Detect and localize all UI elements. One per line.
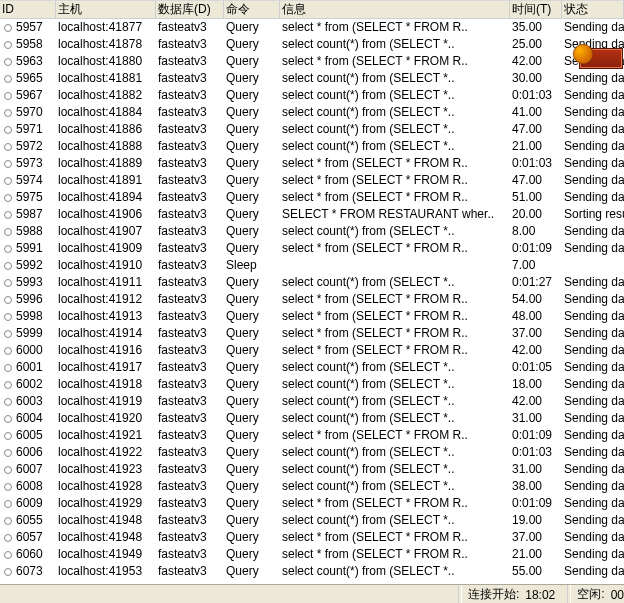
cell-host: localhost:41880 (56, 53, 156, 70)
table-row[interactable]: 6001localhost:41917fasteatv3Queryselect … (0, 359, 624, 376)
cell-state: Sending data (562, 155, 624, 172)
cell-info: select count(*) from (SELECT *.. (280, 461, 510, 478)
cell-host: localhost:41888 (56, 138, 156, 155)
row-status-icon (4, 75, 12, 83)
table-row[interactable]: 5957localhost:41877fasteatv3Queryselect … (0, 19, 624, 36)
table-row[interactable]: 6004localhost:41920fasteatv3Queryselect … (0, 410, 624, 427)
cell-host: localhost:41886 (56, 121, 156, 138)
cell-host: localhost:41920 (56, 410, 156, 427)
cell-cmd: Query (224, 478, 280, 495)
cell-id: 6007 (16, 461, 43, 478)
row-status-icon (4, 245, 12, 253)
table-row[interactable]: 5958localhost:41878fasteatv3Queryselect … (0, 36, 624, 53)
cell-time: 31.00 (510, 410, 562, 427)
table-row[interactable]: 5972localhost:41888fasteatv3Queryselect … (0, 138, 624, 155)
cell-time: 18.00 (510, 376, 562, 393)
table-row[interactable]: 5975localhost:41894fasteatv3Queryselect … (0, 189, 624, 206)
table-row[interactable]: 6008localhost:41928fasteatv3Queryselect … (0, 478, 624, 495)
table-row[interactable]: 6005localhost:41921fasteatv3Queryselect … (0, 427, 624, 444)
table-row[interactable]: 5993localhost:41911fasteatv3Queryselect … (0, 274, 624, 291)
table-row[interactable]: 6007localhost:41923fasteatv3Queryselect … (0, 461, 624, 478)
table-row[interactable]: 6073localhost:41953fasteatv3Queryselect … (0, 563, 624, 580)
cell-info: select * from (SELECT * FROM R.. (280, 308, 510, 325)
table-row[interactable]: 6009localhost:41929fasteatv3Queryselect … (0, 495, 624, 512)
column-header-id[interactable]: ID (0, 1, 56, 18)
cell-state: Sending data (562, 240, 624, 257)
cell-info: select * from (SELECT * FROM R.. (280, 189, 510, 206)
cell-time: 42.00 (510, 342, 562, 359)
table-row[interactable]: 6002localhost:41918fasteatv3Queryselect … (0, 376, 624, 393)
cell-state: Sending data (562, 189, 624, 206)
cell-cmd: Query (224, 138, 280, 155)
table-row[interactable]: 5987localhost:41906fasteatv3QuerySELECT … (0, 206, 624, 223)
table-row[interactable]: 5970localhost:41884fasteatv3Queryselect … (0, 104, 624, 121)
table-row[interactable]: 5974localhost:41891fasteatv3Queryselect … (0, 172, 624, 189)
cell-db: fasteatv3 (156, 36, 224, 53)
cell-cmd: Sleep (224, 257, 280, 274)
cell-host: localhost:41884 (56, 104, 156, 121)
table-row[interactable]: 6000localhost:41916fasteatv3Queryselect … (0, 342, 624, 359)
cell-db: fasteatv3 (156, 478, 224, 495)
cell-host: localhost:41878 (56, 36, 156, 53)
process-list[interactable]: 5957localhost:41877fasteatv3Queryselect … (0, 19, 624, 580)
cell-host: localhost:41921 (56, 427, 156, 444)
status-idle-label: 空闲: (571, 586, 610, 603)
table-row[interactable]: 5991localhost:41909fasteatv3Queryselect … (0, 240, 624, 257)
table-row[interactable]: 5998localhost:41913fasteatv3Queryselect … (0, 308, 624, 325)
table-row[interactable]: 5967localhost:41882fasteatv3Queryselect … (0, 87, 624, 104)
row-status-icon (4, 211, 12, 219)
cell-cmd: Query (224, 495, 280, 512)
table-row[interactable]: 6057localhost:41948fasteatv3Queryselect … (0, 529, 624, 546)
cell-db: fasteatv3 (156, 70, 224, 87)
cell-state: Sending data (562, 512, 624, 529)
cell-state: Sending data (562, 325, 624, 342)
column-header-host[interactable]: 主机 (56, 1, 156, 18)
cell-info: select * from (SELECT * FROM R.. (280, 495, 510, 512)
cell-db: fasteatv3 (156, 53, 224, 70)
cell-cmd: Query (224, 461, 280, 478)
table-row[interactable]: 5971localhost:41886fasteatv3Queryselect … (0, 121, 624, 138)
table-row[interactable]: 5999localhost:41914fasteatv3Queryselect … (0, 325, 624, 342)
table-row[interactable]: 6003localhost:41919fasteatv3Queryselect … (0, 393, 624, 410)
row-status-icon (4, 228, 12, 236)
table-row[interactable]: 6060localhost:41949fasteatv3Queryselect … (0, 546, 624, 563)
cell-cmd: Query (224, 512, 280, 529)
cell-id: 5970 (16, 104, 43, 121)
table-row[interactable]: 6055localhost:41948fasteatv3Queryselect … (0, 512, 624, 529)
cell-id: 5965 (16, 70, 43, 87)
cell-cmd: Query (224, 393, 280, 410)
cell-cmd: Query (224, 121, 280, 138)
cell-state: Sending data (562, 376, 624, 393)
cell-host: localhost:41906 (56, 206, 156, 223)
row-status-icon (4, 24, 12, 32)
cell-info: select count(*) from (SELECT *.. (280, 359, 510, 376)
cell-info: select count(*) from (SELECT *.. (280, 223, 510, 240)
column-header-cmd[interactable]: 命令 (224, 1, 280, 18)
cell-id: 6073 (16, 563, 43, 580)
cell-cmd: Query (224, 308, 280, 325)
cell-host: localhost:41929 (56, 495, 156, 512)
cell-state: Sending data (562, 359, 624, 376)
table-row[interactable]: 5965localhost:41881fasteatv3Queryselect … (0, 70, 624, 87)
column-header-info[interactable]: 信息 (280, 1, 510, 18)
cell-db: fasteatv3 (156, 19, 224, 36)
table-row[interactable]: 5988localhost:41907fasteatv3Queryselect … (0, 223, 624, 240)
cell-state: Sorting result (562, 206, 624, 223)
column-header-state[interactable]: 状态 (562, 1, 624, 18)
column-header-db[interactable]: 数据库(D) (156, 1, 224, 18)
column-header-time[interactable]: 时间(T) (510, 1, 562, 18)
cell-id: 5991 (16, 240, 43, 257)
table-row[interactable]: 6006localhost:41922fasteatv3Queryselect … (0, 444, 624, 461)
cell-info: select * from (SELECT * FROM R.. (280, 291, 510, 308)
status-connect-label: 连接开始: (462, 586, 525, 603)
table-row[interactable]: 5996localhost:41912fasteatv3Queryselect … (0, 291, 624, 308)
cell-db: fasteatv3 (156, 87, 224, 104)
table-row[interactable]: 5992localhost:41910fasteatv3Sleep7.00 (0, 257, 624, 274)
cell-state: Sending data (562, 274, 624, 291)
row-status-icon (4, 466, 12, 474)
table-row[interactable]: 5973localhost:41889fasteatv3Queryselect … (0, 155, 624, 172)
cell-state: Sending data (562, 427, 624, 444)
recorder-overlay-icon[interactable] (573, 44, 593, 64)
table-row[interactable]: 5963localhost:41880fasteatv3Queryselect … (0, 53, 624, 70)
row-status-icon (4, 160, 12, 168)
